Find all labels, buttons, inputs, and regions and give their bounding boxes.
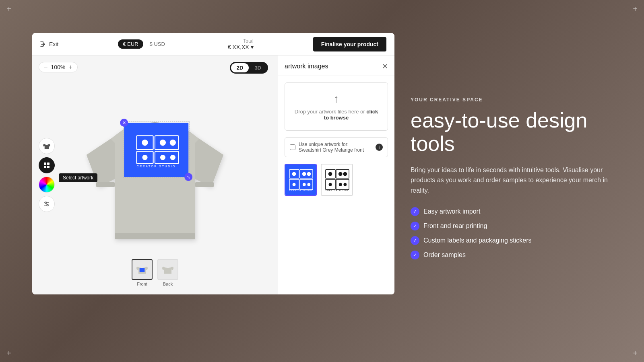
feature-label-2: Front and rear printing: [423, 222, 487, 230]
artwork-icon: [43, 161, 51, 169]
svg-rect-18: [47, 166, 50, 168]
total-price-value: € XX,XX: [228, 44, 249, 50]
select-artwork-tooltip: Select artwork: [59, 173, 97, 182]
svg-text:CREATOR STUDIO: CREATOR STUDIO: [326, 189, 348, 191]
finalise-button[interactable]: Finalise your product: [313, 37, 386, 51]
select-artwork-button[interactable]: [39, 157, 55, 173]
svg-point-46: [343, 183, 347, 186]
svg-rect-16: [47, 162, 50, 165]
check-icon-1: ✓: [411, 207, 419, 216]
design-area: − 100% + 2D 3D: [32, 56, 278, 294]
svg-rect-1: [96, 182, 115, 187]
svg-point-32: [307, 172, 311, 176]
svg-point-29: [292, 172, 296, 176]
adjust-button[interactable]: [39, 196, 55, 212]
thumb-front-image: [132, 259, 153, 280]
corner-tl-cross: +: [4, 4, 14, 14]
artwork-item-2[interactable]: CREATOR STUDIO: [321, 164, 353, 196]
thumb-back[interactable]: Back: [157, 259, 178, 286]
svg-rect-15: [44, 162, 46, 165]
design-image[interactable]: ✕: [124, 123, 188, 177]
svg-rect-17: [44, 166, 46, 168]
artwork-panel: artwork images ✕ ↑ Drop your artwork fil…: [278, 56, 394, 294]
creator-logo-svg: CREATOR STUDIO: [130, 130, 182, 170]
thumb-back-image: [157, 259, 178, 280]
thumb-front-label: Front: [137, 282, 147, 286]
zoom-in-button[interactable]: +: [68, 64, 72, 70]
total-label: Total: [243, 38, 253, 44]
svg-rect-23: [140, 268, 145, 272]
artwork-black-svg: CREATOR STUDIO: [323, 167, 351, 193]
left-toolbar: Select artwork: [39, 138, 55, 212]
creative-space-label: YOUR CREATIVE SPACE: [411, 97, 620, 103]
svg-rect-24: [288, 168, 314, 191]
artwork-item-1[interactable]: CREATOR STUDIO: [285, 164, 317, 196]
upload-area[interactable]: ↑ Drop your artwork files here or click …: [285, 82, 388, 131]
artwork-panel-title: artwork images: [285, 63, 328, 70]
currency-toggle: € EUR $ USD: [118, 39, 168, 49]
thumb-front[interactable]: Front: [132, 259, 153, 286]
view-2d-button[interactable]: 2D: [231, 63, 249, 72]
zoom-control: − 100% +: [39, 62, 78, 72]
svg-rect-2: [195, 182, 214, 187]
corner-bl-cross: +: [4, 348, 14, 358]
creative-description: Bring your ideas to life in seconds with…: [411, 165, 620, 196]
tshirt-icon: [43, 142, 51, 150]
artwork-blue: CREATOR STUDIO: [285, 165, 316, 195]
modal-container: Exit € EUR $ USD Total € XX,XX ▾ Finalis…: [32, 33, 394, 294]
artwork-black: CREATOR STUDIO: [322, 165, 352, 195]
svg-point-13: [170, 154, 175, 160]
check-icon-2: ✓: [411, 222, 419, 230]
info-icon[interactable]: i: [376, 144, 383, 151]
corner-br-cross: +: [630, 348, 640, 358]
svg-point-20: [45, 202, 47, 204]
thumbnails-row: Front Back: [132, 259, 178, 286]
check-icon-4: ✓: [411, 251, 419, 259]
zoom-out-button[interactable]: −: [44, 64, 47, 70]
artwork-panel-body: ↑ Drop your artwork files here or click …: [278, 76, 394, 294]
svg-point-31: [302, 172, 306, 176]
unique-artwork-row: Use unique artwork for: Sweatshirt Grey …: [285, 137, 388, 157]
adjust-icon: [43, 200, 51, 208]
upload-text: Drop your artwork files here or click to…: [291, 109, 381, 121]
feature-label-1: Easy artwork import: [423, 208, 480, 215]
svg-text:CREATOR STUDIO: CREATOR STUDIO: [136, 165, 175, 168]
feature-item-3: ✓ Custom labels and packaging stickers: [411, 236, 620, 245]
corner-tr-cross: +: [630, 4, 640, 14]
exit-label: Exit: [49, 41, 58, 47]
modal-body: − 100% + 2D 3D: [32, 56, 394, 294]
view-3d-button[interactable]: 3D: [249, 63, 267, 72]
close-artwork-panel-button[interactable]: ✕: [382, 62, 388, 71]
svg-point-44: [343, 172, 347, 176]
thumb-front-svg: [135, 262, 149, 277]
unique-artwork-checkbox[interactable]: [290, 144, 295, 150]
svg-point-8: [142, 140, 148, 146]
exit-button[interactable]: Exit: [40, 41, 58, 47]
svg-point-41: [328, 172, 332, 176]
total-area: Total € XX,XX ▾: [228, 38, 254, 50]
modal-header: Exit € EUR $ USD Total € XX,XX ▾ Finalis…: [32, 33, 394, 56]
svg-rect-36: [324, 168, 350, 191]
feature-item-1: ✓ Easy artwork import: [411, 207, 620, 216]
svg-point-42: [329, 183, 332, 186]
svg-text:CREATOR STUDIO: CREATOR STUDIO: [289, 189, 312, 191]
feature-item-4: ✓ Order samples: [411, 251, 620, 259]
svg-point-12: [160, 154, 165, 160]
svg-point-30: [293, 183, 296, 186]
feature-label-3: Custom labels and packaging stickers: [423, 237, 532, 244]
tshirt-button[interactable]: [39, 138, 55, 154]
eur-button[interactable]: € EUR: [118, 39, 143, 49]
usd-button[interactable]: $ USD: [147, 39, 168, 49]
feature-item-2: ✓ Front and rear printing: [411, 222, 620, 230]
svg-point-45: [339, 183, 342, 186]
total-chevron-icon: ▾: [251, 44, 254, 50]
design-close-button[interactable]: ✕: [120, 119, 128, 127]
zoom-level: 100%: [51, 64, 65, 70]
svg-rect-0: [115, 233, 195, 239]
artwork-panel-header: artwork images ✕: [278, 56, 394, 76]
right-creative-panel: YOUR CREATIVE SPACE easy-to-use design t…: [394, 0, 644, 362]
design-resize-button[interactable]: ⤡: [184, 173, 192, 181]
color-button[interactable]: [39, 177, 55, 193]
creative-headline: easy-to-use design tools: [411, 109, 620, 155]
svg-point-9: [142, 154, 148, 160]
